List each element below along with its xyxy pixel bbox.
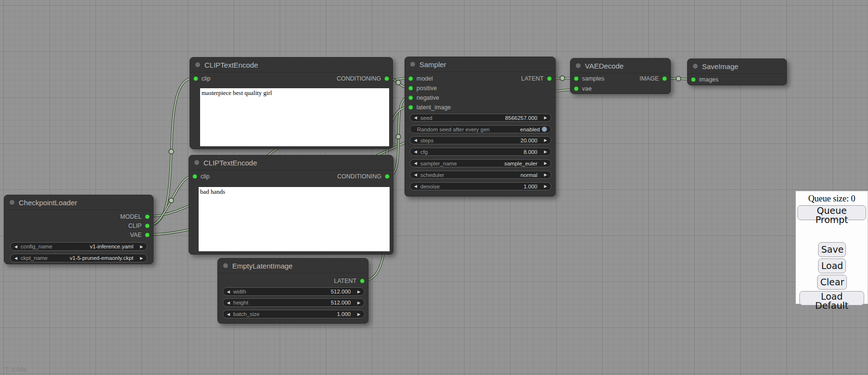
load-button[interactable]: Load — [818, 258, 846, 273]
node-header[interactable]: VAEDecode — [571, 59, 670, 73]
widget-steps[interactable]: ◀ steps 20.000 ▶ — [410, 136, 551, 144]
widget-random-seed-toggle[interactable]: Random seed after every gen enabled — [410, 125, 551, 133]
input-slot-dot[interactable] — [574, 76, 579, 81]
prompt-textarea[interactable]: masterpiece best quality girl — [200, 88, 389, 146]
decrement-arrow-icon[interactable]: ◀ — [14, 245, 21, 249]
collapse-dot-icon[interactable] — [194, 160, 199, 165]
node-header[interactable]: Sampler — [405, 57, 555, 72]
widget-batch-size[interactable]: ◀ batch_size 1.000 ▶ — [223, 310, 365, 318]
decrement-arrow-icon[interactable]: ◀ — [227, 312, 233, 316]
output-slot-dot[interactable] — [145, 223, 150, 228]
input-slot-dot[interactable] — [574, 86, 579, 91]
output-slot-dot[interactable] — [385, 174, 390, 179]
output-slot-dot[interactable] — [547, 76, 552, 81]
node-header[interactable]: CLIPTextEncode — [190, 58, 392, 72]
load-default-button[interactable]: Load Default — [799, 291, 864, 305]
node-title: CLIPTextEncode — [204, 61, 258, 69]
input-slot-label: vae — [582, 85, 592, 92]
widget-name: denoise — [420, 184, 440, 189]
collapse-dot-icon[interactable] — [195, 62, 200, 67]
node-save-image[interactable]: SaveImage images — [687, 59, 787, 85]
output-slot-label: CLIP — [128, 223, 142, 229]
widget-name: steps — [420, 138, 434, 143]
queue-prompt-button[interactable]: Queue Prompt — [797, 205, 866, 220]
increment-arrow-icon[interactable]: ▶ — [354, 290, 360, 294]
decrement-arrow-icon[interactable]: ◀ — [14, 256, 21, 260]
node-header[interactable]: SaveImage — [688, 59, 786, 74]
widget-name: scheduler — [420, 172, 444, 178]
node-title: SaveImage — [702, 62, 738, 70]
decrement-arrow-icon[interactable]: ◀ — [227, 301, 233, 305]
widget-sampler-name[interactable]: ◀ sampler_name sample_euler ▶ — [410, 159, 551, 167]
widget-cfg[interactable]: ◀ cfg 8.000 ▶ — [410, 148, 551, 156]
increment-arrow-icon[interactable]: ▶ — [137, 245, 143, 249]
decrement-arrow-icon[interactable]: ◀ — [414, 184, 420, 188]
input-slot-label: images — [699, 76, 718, 83]
node-header[interactable]: CheckpointLoader — [4, 195, 153, 210]
output-slot-dot[interactable] — [145, 233, 150, 237]
widget-ckpt-name[interactable]: ◀ ckpt_name v1-5-pruned-emaonly.ckpt ▶ — [10, 254, 147, 262]
widget-seed[interactable]: ◀ seed 8566257.000 ▶ — [410, 114, 551, 122]
prompt-textarea[interactable]: bad hands — [199, 187, 390, 251]
collapse-dot-icon[interactable] — [576, 63, 581, 68]
increment-arrow-icon[interactable]: ▶ — [354, 312, 360, 316]
widget-value: 1.000 — [440, 184, 541, 189]
output-slot-dot[interactable] — [145, 214, 150, 219]
decrement-arrow-icon[interactable]: ◀ — [414, 150, 420, 154]
decrement-arrow-icon[interactable]: ◀ — [227, 290, 233, 294]
output-slot-dot[interactable] — [384, 76, 389, 81]
widget-value: 512.000 — [246, 289, 354, 294]
output-slot-dot[interactable] — [360, 279, 365, 283]
widget-width[interactable]: ◀ width 512.000 ▶ — [223, 287, 365, 296]
decrement-arrow-icon[interactable]: ◀ — [414, 161, 420, 165]
output-slot-dot[interactable] — [662, 76, 667, 81]
node-clip-text-encode-negative[interactable]: CLIPTextEncode clip CONDITIONING bad han… — [189, 155, 393, 255]
input-slot-dot[interactable] — [408, 86, 413, 91]
widget-value: 512.000 — [248, 300, 354, 305]
increment-arrow-icon[interactable]: ▶ — [541, 138, 547, 142]
decrement-arrow-icon[interactable]: ◀ — [414, 138, 420, 142]
input-slot-dot[interactable] — [408, 105, 413, 110]
graph-canvas[interactable]: T: 0.00s CheckpointLoader MODEL CLIP VAE… — [0, 0, 868, 375]
widget-denoise[interactable]: ◀ denoise 1.000 ▶ — [410, 182, 551, 190]
collapse-dot-icon[interactable] — [410, 62, 415, 67]
input-slot-dot[interactable] — [193, 76, 198, 81]
node-header[interactable]: CLIPTextEncode — [189, 155, 393, 170]
input-slot-dot[interactable] — [408, 76, 413, 81]
increment-arrow-icon[interactable]: ▶ — [541, 150, 547, 154]
input-slot-dot[interactable] — [408, 95, 413, 100]
collapse-dot-icon[interactable] — [693, 64, 698, 69]
increment-arrow-icon[interactable]: ▶ — [354, 301, 360, 305]
collapse-dot-icon[interactable] — [10, 200, 14, 205]
link-midpoint-dot — [169, 149, 174, 154]
node-clip-text-encode-positive[interactable]: CLIPTextEncode clip CONDITIONING masterp… — [190, 57, 393, 149]
node-header[interactable]: EmptyLatentImage — [218, 258, 368, 273]
increment-arrow-icon[interactable]: ▶ — [541, 184, 547, 188]
link-midpoint-dot — [676, 76, 681, 81]
widget-value: v1-5-pruned-emaonly.ckpt — [48, 255, 137, 261]
clear-button[interactable]: Clear — [817, 275, 847, 290]
increment-arrow-icon[interactable]: ▶ — [137, 256, 143, 260]
input-slot-label: latent_image — [416, 104, 451, 111]
decrement-arrow-icon[interactable]: ◀ — [414, 116, 420, 120]
widget-config-name[interactable]: ◀ config_name v1-inference.yaml ▶ — [10, 242, 147, 251]
node-sampler[interactable]: Sampler model LATENT positive negative l… — [404, 57, 556, 197]
input-slot-dot[interactable] — [691, 77, 696, 82]
node-vae-decode[interactable]: VAEDecode samples IMAGE vae — [570, 58, 671, 94]
collapse-dot-icon[interactable] — [223, 263, 228, 268]
output-slot-label: CONDITIONING — [337, 75, 381, 82]
increment-arrow-icon[interactable]: ▶ — [541, 173, 547, 177]
save-button[interactable]: Save — [818, 242, 846, 257]
comfy-menu-panel: Queue size: 0 Queue Prompt Save Load Cle… — [796, 191, 868, 304]
node-checkpoint-loader[interactable]: CheckpointLoader MODEL CLIP VAE ◀ config… — [4, 195, 154, 264]
increment-arrow-icon[interactable]: ▶ — [541, 161, 547, 165]
widget-height[interactable]: ◀ height 512.000 ▶ — [223, 298, 365, 307]
widget-scheduler[interactable]: ◀ scheduler normal ▶ — [410, 171, 551, 179]
input-slot-dot[interactable] — [192, 174, 197, 179]
link-midpoint-dot — [560, 76, 565, 81]
toggle-knob-icon[interactable] — [542, 127, 547, 132]
increment-arrow-icon[interactable]: ▶ — [541, 116, 547, 120]
decrement-arrow-icon[interactable]: ◀ — [414, 173, 420, 177]
node-empty-latent-image[interactable]: EmptyLatentImage LATENT ◀ width 512.000 … — [217, 258, 369, 324]
node-title: EmptyLatentImage — [232, 262, 293, 270]
